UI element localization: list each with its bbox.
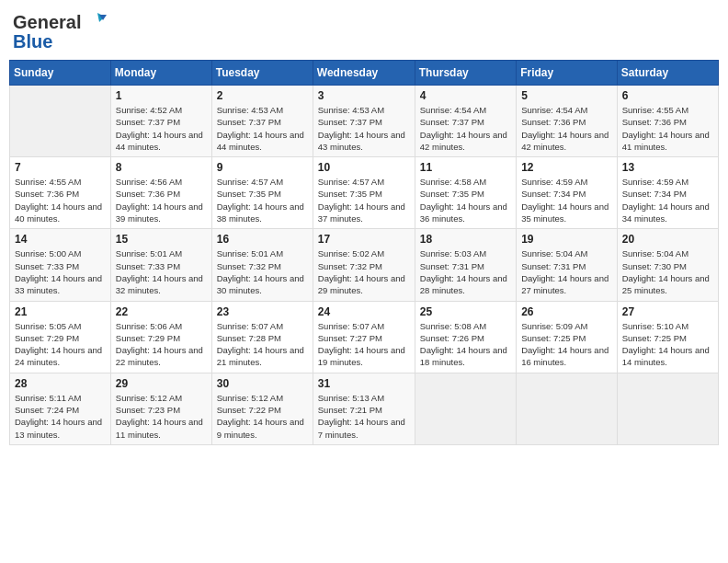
day-number: 18 [420,233,511,246]
day-number: 6 [622,89,713,102]
day-info: Sunrise: 5:07 AMSunset: 7:27 PMDaylight:… [318,320,410,369]
day-number: 22 [116,305,207,318]
calendar-cell: 18Sunrise: 5:03 AMSunset: 7:31 PMDayligh… [415,229,516,301]
calendar-cell: 21Sunrise: 5:05 AMSunset: 7:29 PMDayligh… [10,301,111,373]
calendar-cell: 23Sunrise: 5:07 AMSunset: 7:28 PMDayligh… [211,301,313,373]
week-row-4: 21Sunrise: 5:05 AMSunset: 7:29 PMDayligh… [10,301,719,373]
day-number: 16 [217,233,308,246]
day-number: 3 [318,89,410,102]
day-info: Sunrise: 4:55 AMSunset: 7:36 PMDaylight:… [622,104,713,153]
weekday-header-friday: Friday [517,61,618,86]
day-number: 9 [217,161,308,174]
day-info: Sunrise: 4:54 AMSunset: 7:36 PMDaylight:… [521,104,612,153]
day-info: Sunrise: 4:52 AMSunset: 7:37 PMDaylight:… [116,104,207,153]
day-number: 10 [318,161,410,174]
calendar-cell: 22Sunrise: 5:06 AMSunset: 7:29 PMDayligh… [110,301,211,373]
calendar-cell: 30Sunrise: 5:12 AMSunset: 7:22 PMDayligh… [211,373,313,444]
day-info: Sunrise: 5:04 AMSunset: 7:30 PMDaylight:… [622,247,713,296]
day-info: Sunrise: 4:59 AMSunset: 7:34 PMDaylight:… [622,176,713,224]
day-info: Sunrise: 4:57 AMSunset: 7:35 PMDaylight:… [318,176,410,224]
day-number: 2 [217,89,308,102]
calendar-cell [517,373,618,444]
calendar-cell: 17Sunrise: 5:02 AMSunset: 7:32 PMDayligh… [313,229,415,301]
day-number: 19 [521,233,612,246]
day-info: Sunrise: 4:58 AMSunset: 7:35 PMDaylight:… [420,176,511,224]
day-number: 26 [521,305,612,318]
day-info: Sunrise: 5:12 AMSunset: 7:22 PMDaylight:… [217,392,308,441]
weekday-header-sunday: Sunday [10,61,111,86]
day-info: Sunrise: 5:02 AMSunset: 7:32 PMDaylight:… [318,247,410,296]
day-number: 25 [420,305,511,318]
day-number: 29 [116,377,207,390]
calendar-cell: 5Sunrise: 4:54 AMSunset: 7:36 PMDaylight… [517,86,618,157]
day-number: 21 [15,305,106,318]
calendar-table: SundayMondayTuesdayWednesdayThursdayFrid… [9,60,719,445]
calendar-cell: 7Sunrise: 4:55 AMSunset: 7:36 PMDaylight… [10,157,111,229]
logo-general: General [13,12,81,33]
day-number: 13 [622,161,713,174]
day-number: 24 [318,305,410,318]
calendar-cell [10,86,111,157]
day-info: Sunrise: 4:57 AMSunset: 7:35 PMDaylight:… [217,176,308,224]
calendar-cell: 4Sunrise: 4:54 AMSunset: 7:37 PMDaylight… [415,86,516,157]
calendar-cell: 19Sunrise: 5:04 AMSunset: 7:31 PMDayligh… [517,229,618,301]
calendar-cell: 15Sunrise: 5:01 AMSunset: 7:33 PMDayligh… [110,229,211,301]
calendar-cell: 11Sunrise: 4:58 AMSunset: 7:35 PMDayligh… [415,157,516,229]
calendar-cell: 29Sunrise: 5:12 AMSunset: 7:23 PMDayligh… [110,373,211,444]
day-number: 23 [217,305,308,318]
calendar-cell: 10Sunrise: 4:57 AMSunset: 7:35 PMDayligh… [313,157,415,229]
day-info: Sunrise: 5:13 AMSunset: 7:21 PMDaylight:… [318,392,410,441]
week-row-2: 7Sunrise: 4:55 AMSunset: 7:36 PMDaylight… [10,157,719,229]
calendar-cell [617,373,718,444]
calendar-cell: 27Sunrise: 5:10 AMSunset: 7:25 PMDayligh… [617,301,718,373]
day-number: 11 [420,161,511,174]
day-info: Sunrise: 5:08 AMSunset: 7:26 PMDaylight:… [420,320,511,369]
calendar-cell [415,373,516,444]
day-info: Sunrise: 4:53 AMSunset: 7:37 PMDaylight:… [318,104,410,153]
day-info: Sunrise: 5:03 AMSunset: 7:31 PMDaylight:… [420,247,511,296]
day-info: Sunrise: 5:01 AMSunset: 7:33 PMDaylight:… [116,247,207,296]
day-info: Sunrise: 4:59 AMSunset: 7:34 PMDaylight:… [521,176,612,224]
day-info: Sunrise: 5:04 AMSunset: 7:31 PMDaylight:… [521,247,612,296]
calendar-cell: 26Sunrise: 5:09 AMSunset: 7:25 PMDayligh… [517,301,618,373]
calendar-cell: 3Sunrise: 4:53 AMSunset: 7:37 PMDaylight… [313,86,415,157]
day-number: 28 [15,377,106,390]
day-info: Sunrise: 5:07 AMSunset: 7:28 PMDaylight:… [217,320,308,369]
day-number: 27 [622,305,713,318]
day-number: 30 [217,377,308,390]
calendar-cell: 24Sunrise: 5:07 AMSunset: 7:27 PMDayligh… [313,301,415,373]
weekday-header-row: SundayMondayTuesdayWednesdayThursdayFrid… [10,61,719,86]
page-header: General Blue [9,9,719,52]
weekday-header-saturday: Saturday [617,61,718,86]
weekday-header-thursday: Thursday [415,61,516,86]
calendar-cell: 2Sunrise: 4:53 AMSunset: 7:37 PMDaylight… [211,86,313,157]
calendar-cell: 13Sunrise: 4:59 AMSunset: 7:34 PMDayligh… [617,157,718,229]
day-number: 5 [521,89,612,102]
day-number: 7 [15,161,106,174]
calendar-cell: 6Sunrise: 4:55 AMSunset: 7:36 PMDaylight… [617,86,718,157]
weekday-header-monday: Monday [110,61,211,86]
day-number: 20 [622,233,713,246]
week-row-3: 14Sunrise: 5:00 AMSunset: 7:33 PMDayligh… [10,229,719,301]
calendar-cell: 16Sunrise: 5:01 AMSunset: 7:32 PMDayligh… [211,229,313,301]
day-number: 15 [116,233,207,246]
day-info: Sunrise: 4:55 AMSunset: 7:36 PMDaylight:… [15,176,106,224]
day-number: 8 [116,161,207,174]
calendar-cell: 14Sunrise: 5:00 AMSunset: 7:33 PMDayligh… [10,229,111,301]
day-info: Sunrise: 4:54 AMSunset: 7:37 PMDaylight:… [420,104,511,153]
day-number: 14 [15,233,106,246]
calendar-cell: 12Sunrise: 4:59 AMSunset: 7:34 PMDayligh… [517,157,618,229]
day-info: Sunrise: 5:00 AMSunset: 7:33 PMDaylight:… [15,247,106,296]
calendar-cell: 28Sunrise: 5:11 AMSunset: 7:24 PMDayligh… [10,373,111,444]
day-info: Sunrise: 4:53 AMSunset: 7:37 PMDaylight:… [217,104,308,153]
calendar-cell: 31Sunrise: 5:13 AMSunset: 7:21 PMDayligh… [313,373,415,444]
logo-blue: Blue [13,31,52,52]
day-number: 31 [318,377,410,390]
calendar-cell: 25Sunrise: 5:08 AMSunset: 7:26 PMDayligh… [415,301,516,373]
calendar-cell: 1Sunrise: 4:52 AMSunset: 7:37 PMDaylight… [110,86,211,157]
calendar-cell: 8Sunrise: 4:56 AMSunset: 7:36 PMDaylight… [110,157,211,229]
day-info: Sunrise: 4:56 AMSunset: 7:36 PMDaylight:… [116,176,207,224]
day-number: 1 [116,89,207,102]
logo-bird-icon [81,9,107,35]
week-row-1: 1Sunrise: 4:52 AMSunset: 7:37 PMDaylight… [10,86,719,157]
